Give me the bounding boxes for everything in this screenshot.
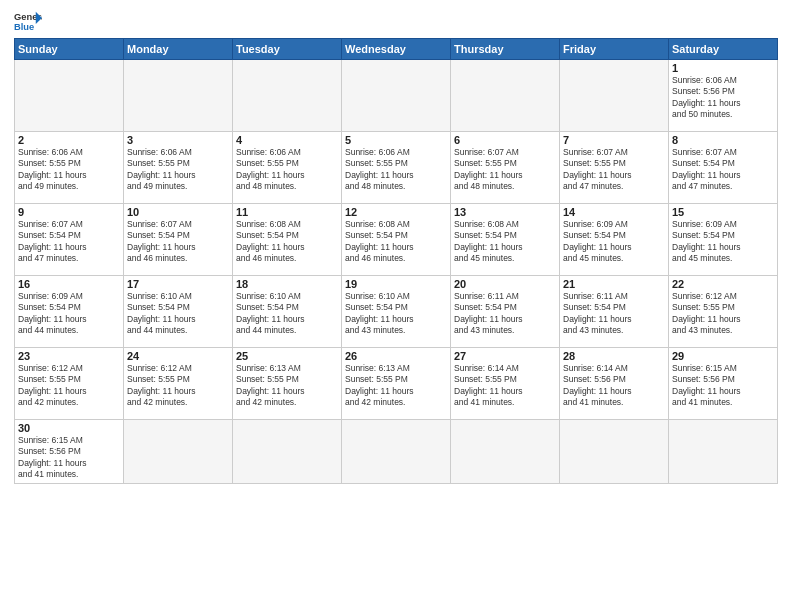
day-number: 30 [18,422,120,434]
day-info: Sunrise: 6:09 AM Sunset: 5:54 PM Dayligh… [18,291,120,337]
day-number: 18 [236,278,338,290]
calendar-day-cell: 18Sunrise: 6:10 AM Sunset: 5:54 PM Dayli… [233,276,342,348]
day-info: Sunrise: 6:08 AM Sunset: 5:54 PM Dayligh… [345,219,447,265]
calendar-day-cell: 17Sunrise: 6:10 AM Sunset: 5:54 PM Dayli… [124,276,233,348]
calendar-day-cell: 26Sunrise: 6:13 AM Sunset: 5:55 PM Dayli… [342,348,451,420]
calendar-day-cell: 20Sunrise: 6:11 AM Sunset: 5:54 PM Dayli… [451,276,560,348]
calendar-day-cell: 29Sunrise: 6:15 AM Sunset: 5:56 PM Dayli… [669,348,778,420]
calendar-day-cell: 12Sunrise: 6:08 AM Sunset: 5:54 PM Dayli… [342,204,451,276]
day-info: Sunrise: 6:07 AM Sunset: 5:54 PM Dayligh… [127,219,229,265]
calendar-day-cell: 24Sunrise: 6:12 AM Sunset: 5:55 PM Dayli… [124,348,233,420]
day-number: 26 [345,350,447,362]
day-info: Sunrise: 6:10 AM Sunset: 5:54 PM Dayligh… [345,291,447,337]
page: General Blue SundayMondayTuesdayWednesda… [0,0,792,612]
calendar-col-header: Tuesday [233,39,342,60]
day-info: Sunrise: 6:11 AM Sunset: 5:54 PM Dayligh… [563,291,665,337]
day-info: Sunrise: 6:12 AM Sunset: 5:55 PM Dayligh… [18,363,120,409]
day-info: Sunrise: 6:11 AM Sunset: 5:54 PM Dayligh… [454,291,556,337]
calendar-day-cell: 16Sunrise: 6:09 AM Sunset: 5:54 PM Dayli… [15,276,124,348]
calendar-day-cell: 22Sunrise: 6:12 AM Sunset: 5:55 PM Dayli… [669,276,778,348]
calendar-day-cell: 13Sunrise: 6:08 AM Sunset: 5:54 PM Dayli… [451,204,560,276]
calendar-day-cell: 3Sunrise: 6:06 AM Sunset: 5:55 PM Daylig… [124,132,233,204]
calendar-col-header: Saturday [669,39,778,60]
day-number: 15 [672,206,774,218]
svg-text:Blue: Blue [14,22,34,32]
calendar-day-cell: 23Sunrise: 6:12 AM Sunset: 5:55 PM Dayli… [15,348,124,420]
day-number: 29 [672,350,774,362]
day-info: Sunrise: 6:06 AM Sunset: 5:55 PM Dayligh… [236,147,338,193]
calendar-day-cell [342,60,451,132]
day-number: 19 [345,278,447,290]
day-info: Sunrise: 6:06 AM Sunset: 5:55 PM Dayligh… [345,147,447,193]
day-number: 3 [127,134,229,146]
day-info: Sunrise: 6:08 AM Sunset: 5:54 PM Dayligh… [454,219,556,265]
calendar-col-header: Monday [124,39,233,60]
day-info: Sunrise: 6:06 AM Sunset: 5:56 PM Dayligh… [672,75,774,121]
calendar-day-cell: 9Sunrise: 6:07 AM Sunset: 5:54 PM Daylig… [15,204,124,276]
calendar-day-cell [15,60,124,132]
day-number: 13 [454,206,556,218]
day-info: Sunrise: 6:15 AM Sunset: 5:56 PM Dayligh… [18,435,120,481]
day-info: Sunrise: 6:13 AM Sunset: 5:55 PM Dayligh… [345,363,447,409]
day-number: 11 [236,206,338,218]
day-info: Sunrise: 6:12 AM Sunset: 5:55 PM Dayligh… [672,291,774,337]
calendar-day-cell: 7Sunrise: 6:07 AM Sunset: 5:55 PM Daylig… [560,132,669,204]
calendar-day-cell: 10Sunrise: 6:07 AM Sunset: 5:54 PM Dayli… [124,204,233,276]
day-number: 7 [563,134,665,146]
day-number: 21 [563,278,665,290]
day-number: 23 [18,350,120,362]
day-info: Sunrise: 6:07 AM Sunset: 5:55 PM Dayligh… [454,147,556,193]
calendar-week-row: 16Sunrise: 6:09 AM Sunset: 5:54 PM Dayli… [15,276,778,348]
calendar-day-cell [451,420,560,484]
day-number: 10 [127,206,229,218]
day-number: 2 [18,134,120,146]
calendar-day-cell: 21Sunrise: 6:11 AM Sunset: 5:54 PM Dayli… [560,276,669,348]
calendar-day-cell [124,420,233,484]
day-number: 6 [454,134,556,146]
calendar-day-cell [451,60,560,132]
day-number: 25 [236,350,338,362]
calendar-day-cell: 30Sunrise: 6:15 AM Sunset: 5:56 PM Dayli… [15,420,124,484]
day-number: 22 [672,278,774,290]
calendar-day-cell [342,420,451,484]
day-info: Sunrise: 6:12 AM Sunset: 5:55 PM Dayligh… [127,363,229,409]
generalblue-logo-icon: General Blue [14,10,42,32]
calendar-week-row: 30Sunrise: 6:15 AM Sunset: 5:56 PM Dayli… [15,420,778,484]
day-number: 8 [672,134,774,146]
day-info: Sunrise: 6:10 AM Sunset: 5:54 PM Dayligh… [127,291,229,337]
day-number: 5 [345,134,447,146]
day-info: Sunrise: 6:10 AM Sunset: 5:54 PM Dayligh… [236,291,338,337]
calendar-day-cell: 19Sunrise: 6:10 AM Sunset: 5:54 PM Dayli… [342,276,451,348]
calendar-col-header: Friday [560,39,669,60]
day-info: Sunrise: 6:14 AM Sunset: 5:56 PM Dayligh… [563,363,665,409]
calendar-day-cell: 4Sunrise: 6:06 AM Sunset: 5:55 PM Daylig… [233,132,342,204]
calendar-header-row: SundayMondayTuesdayWednesdayThursdayFrid… [15,39,778,60]
day-info: Sunrise: 6:07 AM Sunset: 5:54 PM Dayligh… [672,147,774,193]
day-number: 28 [563,350,665,362]
calendar-col-header: Wednesday [342,39,451,60]
calendar-day-cell: 28Sunrise: 6:14 AM Sunset: 5:56 PM Dayli… [560,348,669,420]
calendar-day-cell: 15Sunrise: 6:09 AM Sunset: 5:54 PM Dayli… [669,204,778,276]
calendar-day-cell: 6Sunrise: 6:07 AM Sunset: 5:55 PM Daylig… [451,132,560,204]
calendar-table: SundayMondayTuesdayWednesdayThursdayFrid… [14,38,778,484]
calendar-day-cell: 27Sunrise: 6:14 AM Sunset: 5:55 PM Dayli… [451,348,560,420]
calendar-col-header: Sunday [15,39,124,60]
calendar-week-row: 2Sunrise: 6:06 AM Sunset: 5:55 PM Daylig… [15,132,778,204]
calendar-day-cell [560,420,669,484]
day-number: 9 [18,206,120,218]
calendar-day-cell: 25Sunrise: 6:13 AM Sunset: 5:55 PM Dayli… [233,348,342,420]
calendar-week-row: 23Sunrise: 6:12 AM Sunset: 5:55 PM Dayli… [15,348,778,420]
day-info: Sunrise: 6:09 AM Sunset: 5:54 PM Dayligh… [563,219,665,265]
calendar-week-row: 9Sunrise: 6:07 AM Sunset: 5:54 PM Daylig… [15,204,778,276]
calendar-day-cell: 1Sunrise: 6:06 AM Sunset: 5:56 PM Daylig… [669,60,778,132]
day-info: Sunrise: 6:14 AM Sunset: 5:55 PM Dayligh… [454,363,556,409]
day-number: 16 [18,278,120,290]
calendar-day-cell [669,420,778,484]
calendar-col-header: Thursday [451,39,560,60]
calendar-day-cell [233,60,342,132]
day-info: Sunrise: 6:13 AM Sunset: 5:55 PM Dayligh… [236,363,338,409]
calendar-week-row: 1Sunrise: 6:06 AM Sunset: 5:56 PM Daylig… [15,60,778,132]
day-info: Sunrise: 6:06 AM Sunset: 5:55 PM Dayligh… [18,147,120,193]
calendar-day-cell [233,420,342,484]
calendar-day-cell: 5Sunrise: 6:06 AM Sunset: 5:55 PM Daylig… [342,132,451,204]
